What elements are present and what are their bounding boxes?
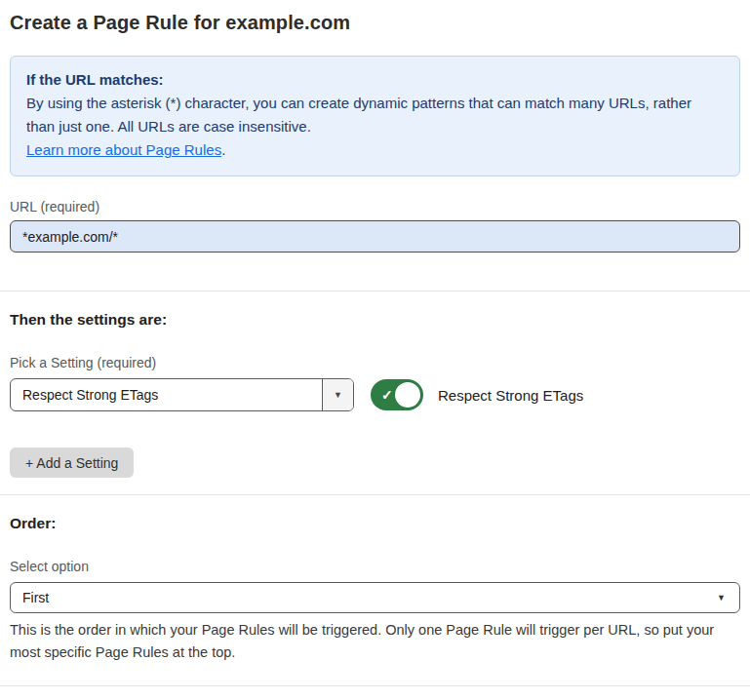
url-input[interactable] [10, 220, 740, 253]
setting-toggle[interactable]: ✓ [371, 379, 423, 410]
add-setting-button[interactable]: + Add a Setting [10, 447, 134, 478]
section-divider [0, 494, 750, 495]
pick-setting-label: Pick a Setting (required) [10, 355, 740, 370]
learn-more-link[interactable]: Learn more about Page Rules [26, 141, 221, 158]
info-box-body: By using the asterisk (*) character, you… [26, 92, 724, 138]
order-select[interactable]: First ▼ [10, 582, 740, 613]
order-help-text: This is the order in which your Page Rul… [10, 619, 736, 664]
footer-divider [0, 685, 750, 686]
info-box-link-line: Learn more about Page Rules. [26, 138, 724, 162]
settings-section-heading: Then the settings are: [10, 311, 740, 329]
order-select-value: First [22, 590, 49, 605]
url-match-info-box: If the URL matches: By using the asteris… [10, 56, 740, 176]
toggle-label: Respect Strong ETags [438, 387, 583, 404]
order-section-heading: Order: [10, 515, 740, 532]
section-divider [0, 291, 750, 292]
setting-select[interactable]: Respect Strong ETags ▼ [10, 378, 354, 411]
order-select-label: Select option [10, 559, 740, 574]
setting-select-value: Respect Strong ETags [11, 379, 322, 410]
info-box-heading: If the URL matches: [26, 68, 724, 92]
toggle-check-icon: ✓ [381, 387, 393, 403]
chevron-down-icon: ▼ [717, 593, 726, 603]
link-period: . [221, 141, 225, 158]
dropdown-arrow-icon[interactable]: ▼ [322, 379, 353, 410]
url-field-label: URL (required) [10, 199, 740, 214]
toggle-knob [395, 382, 420, 408]
setting-row: Respect Strong ETags ▼ ✓ Respect Strong … [10, 378, 740, 411]
page-title: Create a Page Rule for example.com [10, 12, 740, 34]
